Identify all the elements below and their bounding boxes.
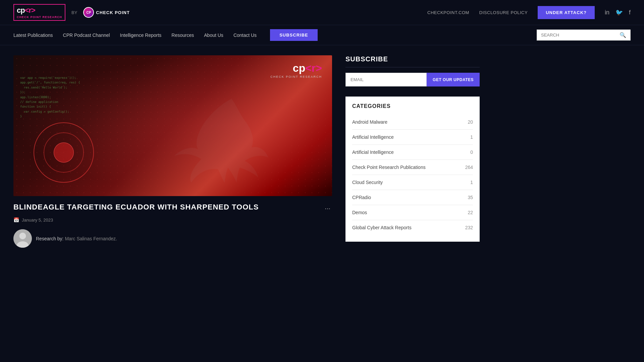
hero-circle-core [54,142,74,163]
category-count: 264 [465,165,473,170]
article-meta: 📅 January 5, 2023 [13,217,332,223]
category-name: Artificial Intelligence [352,149,394,155]
category-count: 20 [468,119,473,125]
search-input[interactable] [541,33,620,38]
category-name: Artificial Intelligence [352,134,394,140]
cpr-logo[interactable]: cp<r> CHECK POINT RESEARCH [13,4,65,21]
email-input[interactable] [345,73,427,86]
under-attack-button[interactable]: UNDER ATTACK? [538,6,595,19]
checkpoint-logo[interactable]: CP CHECK POINT [83,7,130,18]
category-item-artificial-intelligence-1[interactable]: Artificial Intelligence1 [352,130,473,145]
article-area: var app = require('express')(); app.get(… [13,55,332,248]
nav-bar: Latest Publications CPR Podcast Channel … [0,25,644,45]
category-count: 35 [468,195,473,200]
category-name: Global Cyber Attack Reports [352,225,412,230]
category-item-cloud-security[interactable]: Cloud Security1 [352,175,473,190]
nav-checkpoint-com[interactable]: CHECKPOINT.COM [427,10,469,15]
hero-logo-text: cp<r> [270,62,322,74]
cpr-icon: cp<r> CHECK POINT RESEARCH [13,4,65,21]
category-name: Android Malware [352,119,387,125]
svg-point-1 [19,233,26,239]
categories-list: Android Malware20Artificial Intelligence… [352,115,473,235]
search-icon[interactable]: 🔍 [620,32,626,38]
search-container: 🔍 [537,29,631,41]
checkpoint-name: CHECK POINT [96,10,130,15]
categories-section: CATEGORIES Android Malware20Artificial I… [345,97,480,242]
category-item-demos[interactable]: Demos22 [352,205,473,220]
hero-circle-inner [44,132,84,173]
hero-logo-sub: CHECK POINT RESEARCH [270,75,322,78]
category-count: 1 [470,180,473,185]
category-name: Cloud Security [352,180,383,185]
category-item-check-point-research[interactable]: Check Point Research Publications264 [352,160,473,175]
category-item-global-cyber-attack[interactable]: Global Cyber Attack Reports232 [352,220,473,235]
category-name: Demos [352,210,367,215]
nav-contact-us[interactable]: Contact Us [233,26,257,44]
nav-latest-publications[interactable]: Latest Publications [13,26,53,44]
article-title: BLINDEAGLE TARGETING ECUADOR WITH SHARPE… [13,203,259,212]
author-info: Research by: Marc Salinas Fernandez. [36,236,117,242]
article-title-section: BLINDEAGLE TARGETING ECUADOR WITH SHARPE… [13,196,332,217]
category-item-cpradio[interactable]: CPRadio35 [352,190,473,205]
hero-eagle-icon [164,82,299,183]
author-name: Marc Salinas Fernandez. [65,236,117,241]
avatar [13,229,32,248]
top-nav-right: CHECKPOINT.COM DISCLOSURE POLICY UNDER A… [427,6,631,19]
subscribe-nav-button[interactable]: SUBSCRIBE [270,29,318,41]
linkedin-icon[interactable]: in [605,9,609,16]
hero-circles [34,122,94,183]
calendar-icon: 📅 [13,217,19,223]
main-content: var app = require('express')(); app.get(… [0,45,644,258]
category-count: 22 [468,210,473,215]
category-name: Check Point Research Publications [352,165,426,170]
top-bar: cp<r> CHECK POINT RESEARCH BY CP CHECK P… [0,0,644,25]
nav-about-us[interactable]: About Us [204,26,223,44]
get-updates-button[interactable]: GET OUR UPDATES [427,73,480,86]
author-section: Research by: Marc Salinas Fernandez. [13,229,332,248]
article-date: January 5, 2023 [22,218,53,223]
research-by-label: Research by: Marc Salinas Fernandez. [36,236,117,241]
category-count: 232 [465,225,473,230]
nav-resources[interactable]: Resources [171,26,194,44]
by-label: BY [71,10,77,15]
sidebar: SUBSCRIBE GET OUR UPDATES CATEGORIES And… [345,55,480,248]
more-options-icon[interactable]: ··· [323,203,332,214]
nav-disclosure-policy[interactable]: DISCLOSURE POLICY [479,10,528,15]
social-icons: in 🐦 f [605,9,631,16]
twitter-icon[interactable]: 🐦 [615,9,623,16]
subscribe-section: SUBSCRIBE GET OUR UPDATES [345,55,480,86]
checkpoint-circle-icon: CP [83,7,94,18]
category-item-artificial-intelligence-2[interactable]: Artificial Intelligence0 [352,145,473,160]
hero-logo: cp<r> CHECK POINT RESEARCH [270,62,322,78]
subscribe-form: GET OUR UPDATES [345,73,480,86]
nav-cpr-podcast[interactable]: CPR Podcast Channel [63,26,110,44]
categories-title: CATEGORIES [352,103,473,109]
nav-intelligence-reports[interactable]: Intelligence Reports [120,26,162,44]
hero-code-bg: var app = require('express')(); app.get(… [20,75,80,119]
category-name: CPRadio [352,195,371,200]
category-item-android-malware[interactable]: Android Malware20 [352,115,473,130]
cpr-sub: CHECK POINT RESEARCH [17,15,62,19]
category-count: 0 [470,149,473,155]
logo-area: cp<r> CHECK POINT RESEARCH BY CP CHECK P… [13,4,130,21]
hero-image: var app = require('express')(); app.get(… [13,55,332,196]
hero-circle-outer [34,122,94,183]
subscribe-sidebar-title: SUBSCRIBE [345,55,480,67]
facebook-icon[interactable]: f [629,9,631,16]
category-count: 1 [470,134,473,140]
